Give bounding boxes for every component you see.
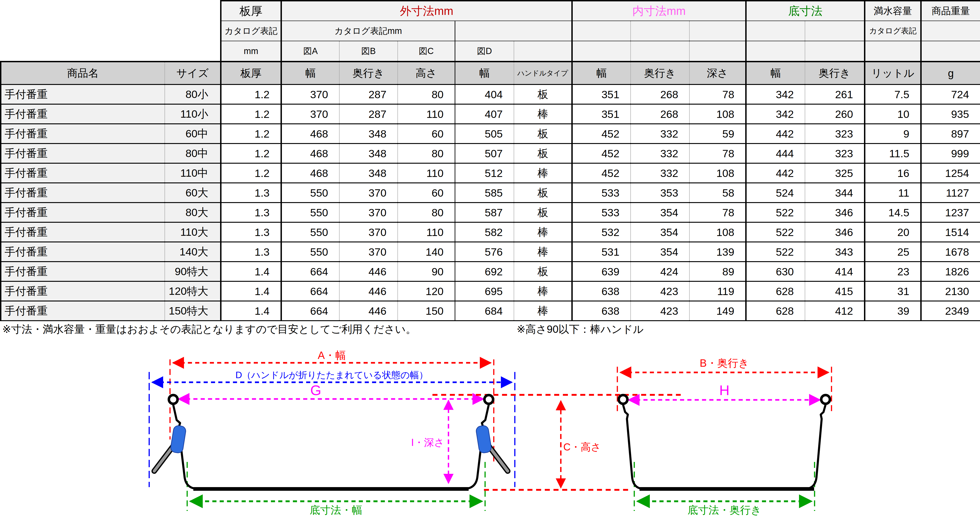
handle-type: 板 <box>514 124 572 143</box>
c-height-label: C・高さ <box>563 441 601 453</box>
size: 110大 <box>165 222 221 242</box>
rim-hook-left <box>169 395 178 404</box>
handle-type: 板 <box>514 84 572 104</box>
inner-depth: 354 <box>631 242 689 261</box>
side-view-container: B・奥行き H 底寸法・奥行き <box>617 357 832 516</box>
handle-type: 棒 <box>514 104 572 124</box>
size: 110中 <box>165 163 221 183</box>
outer-height: 90 <box>398 261 455 281</box>
inner-depth: 354 <box>631 202 689 222</box>
band-thickness: 板厚 <box>221 1 281 21</box>
outer-depth: 446 <box>339 281 398 301</box>
product-name: 手付番重 <box>1 242 165 261</box>
size: 60大 <box>165 183 221 202</box>
bottom-width: 524 <box>746 183 805 202</box>
note-handle-height: ※高さ90以下：棒ハンドル <box>517 322 644 336</box>
outer-depth: 370 <box>339 222 398 242</box>
col-bottom-width: 幅 <box>746 62 805 84</box>
bottom-width: 522 <box>746 202 805 222</box>
inner-deepness: 108 <box>689 163 746 183</box>
thickness: 1.2 <box>221 124 281 143</box>
bottom-depth: 415 <box>805 281 865 301</box>
inner-depth: 268 <box>631 84 689 104</box>
product-name: 手付番重 <box>1 124 165 143</box>
inner-deepness: 59 <box>689 124 746 143</box>
col-bottom-depth: 奥行き <box>805 62 865 84</box>
liters: 31 <box>865 281 921 301</box>
d-width-label: D（ハンドルが折りたたまれている状態の幅） <box>235 370 428 380</box>
liters: 7.5 <box>865 84 921 104</box>
outer-catalog-label: カタログ表記mm <box>281 21 455 41</box>
liters: 25 <box>865 242 921 261</box>
bottom-depth: 323 <box>805 143 865 163</box>
band-weight: 商品重量 <box>921 1 980 21</box>
col-size: サイズ <box>165 62 221 84</box>
inner-depth: 332 <box>631 124 689 143</box>
bottom-depth: 260 <box>805 104 865 124</box>
inner-depth: 332 <box>631 163 689 183</box>
product-name: 手付番重 <box>1 104 165 124</box>
grams: 1514 <box>921 222 980 242</box>
bottom-depth: 261 <box>805 84 865 104</box>
d-width: 585 <box>455 183 514 202</box>
outer-height: 80 <box>398 202 455 222</box>
col-grams: g <box>921 62 980 84</box>
handle-type: 棒 <box>514 242 572 261</box>
col-outer-height: 高さ <box>398 62 455 84</box>
grams: 1127 <box>921 183 980 202</box>
table-row: 手付番重110小1.2370287110407棒3512681083422601… <box>1 104 980 124</box>
inner-deepness: 58 <box>689 183 746 202</box>
inner-deepness: 139 <box>689 242 746 261</box>
d-width: 507 <box>455 143 514 163</box>
table-row: 手付番重80中1.246834880507板4523327844432311.5… <box>1 143 980 163</box>
bottom-width: 342 <box>746 84 805 104</box>
inner-depth: 424 <box>631 261 689 281</box>
bottom-depth: 346 <box>805 202 865 222</box>
liters: 14.5 <box>865 202 921 222</box>
b-depth-label: B・奥行き <box>700 357 749 369</box>
grams: 2349 <box>921 301 980 321</box>
d-width: 407 <box>455 104 514 124</box>
inner-width: 639 <box>572 261 631 281</box>
thickness: 1.3 <box>221 183 281 202</box>
size: 80大 <box>165 202 221 222</box>
bottom-depth: 344 <box>805 183 865 202</box>
band-capacity: 満水容量 <box>865 1 921 21</box>
outer-height: 140 <box>398 242 455 261</box>
liters: 11.5 <box>865 143 921 163</box>
bottom-width: 630 <box>746 261 805 281</box>
thickness: 1.4 <box>221 261 281 281</box>
inner-width: 533 <box>572 202 631 222</box>
product-name: 手付番重 <box>1 301 165 321</box>
table-row: 手付番重60大1.355037060585板533353585243441111… <box>1 183 980 202</box>
inner-deepness: 89 <box>689 261 746 281</box>
band-header-row: 板厚 外寸法mm 内寸法mm 底寸法 満水容量 商品重量 <box>1 1 980 21</box>
g-label: G <box>310 382 321 398</box>
grams: 1678 <box>921 242 980 261</box>
liters: 20 <box>865 222 921 242</box>
i-depth-label: I・深さ <box>411 437 444 448</box>
outer-depth: 348 <box>339 163 398 183</box>
outer-height: 150 <box>398 301 455 321</box>
outer-width: 550 <box>281 242 339 261</box>
table-row: 手付番重110中1.2468348110512棒4523321084423251… <box>1 163 980 183</box>
d-width: 587 <box>455 202 514 222</box>
d-width: 576 <box>455 242 514 261</box>
band-outer-dims: 外寸法mm <box>281 1 572 21</box>
inner-width: 638 <box>572 301 631 321</box>
size: 60中 <box>165 124 221 143</box>
grams: 2130 <box>921 281 980 301</box>
bottom-depth-label: 底寸法・奥行き <box>687 504 761 516</box>
container-outline-side <box>623 405 826 489</box>
table-row: 手付番重80大1.355037080587板5333547852234614.5… <box>1 202 980 222</box>
handle-type: 板 <box>514 143 572 163</box>
product-name: 手付番重 <box>1 183 165 202</box>
outer-height: 110 <box>398 222 455 242</box>
inner-width: 351 <box>572 84 631 104</box>
thickness: 1.2 <box>221 163 281 183</box>
blank-corner <box>1 1 221 21</box>
handle-bracket-right <box>476 425 492 454</box>
inner-depth: 423 <box>631 281 689 301</box>
liters: 10 <box>865 104 921 124</box>
rim-hook-side-right <box>821 395 830 404</box>
